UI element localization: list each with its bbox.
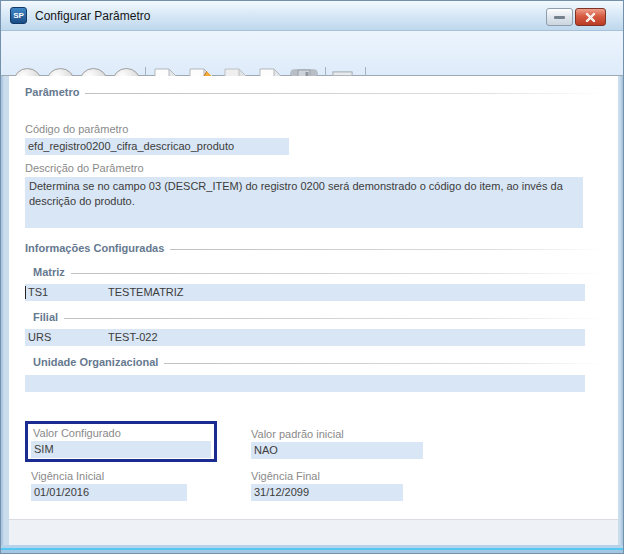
form-area: Parâmetro Código do parâmetro efd_regist… (9, 76, 618, 519)
unidade-name-field[interactable] (105, 375, 585, 392)
codigo-parametro-label: Código do parâmetro (25, 123, 128, 135)
window-frame-bottom (1, 545, 623, 553)
window-frame-left (1, 76, 9, 547)
section-informacoes-title: Informações Configuradas (25, 242, 164, 254)
section-divider-line (164, 363, 604, 364)
vigencia-final-field[interactable]: 31/12/2099 (251, 484, 403, 501)
valor-padrao-field[interactable]: NAO (251, 442, 423, 459)
valor-configurado-label: Valor Configurado (33, 427, 121, 439)
subsection-filial-title: Filial (33, 311, 58, 323)
section-divider-line (64, 318, 604, 319)
filial-name-field[interactable]: TEST-022 (105, 329, 585, 346)
filial-code-field[interactable]: URS (25, 329, 105, 346)
app-logo-icon: SP (10, 7, 27, 24)
minimize-button[interactable] (546, 8, 573, 26)
vigencia-final-label: Vigência Final (251, 470, 320, 482)
subsection-unidade: Unidade Organizacional (33, 356, 604, 368)
descricao-parametro-field[interactable]: Determina se no campo 03 (DESCR_ITEM) do… (25, 177, 583, 228)
valor-configurado-field[interactable]: SIM (31, 441, 211, 458)
configurar-parametro-window: SP Configurar Parâmetro (0, 0, 624, 554)
matriz-name-field[interactable]: TESTEMATRIZ (105, 284, 585, 301)
subsection-matriz: Matriz (33, 266, 604, 278)
section-divider-line (71, 273, 604, 274)
subsection-filial: Filial (33, 311, 604, 323)
descricao-parametro-label: Descrição do Parâmetro (25, 162, 144, 174)
codigo-parametro-field[interactable]: efd_registro0200_cifra_descricao_produto (25, 138, 289, 155)
unidade-code-field[interactable] (25, 375, 105, 392)
vigencia-inicial-field[interactable]: 01/01/2016 (31, 484, 187, 501)
section-parametro: Parâmetro (25, 86, 604, 98)
section-divider-line (170, 249, 604, 250)
section-parametro-title: Parâmetro (25, 86, 79, 98)
close-icon (585, 12, 596, 23)
minimize-icon (554, 16, 565, 19)
vigencia-inicial-label: Vigência Inicial (31, 470, 104, 482)
status-bar (9, 519, 618, 547)
close-button[interactable] (575, 8, 606, 26)
subsection-unidade-title: Unidade Organizacional (33, 356, 158, 368)
valor-configurado-highlight-box: Valor Configurado SIM (25, 421, 217, 462)
window-title: Configurar Parâmetro (35, 9, 150, 23)
matriz-code-value: TS1 (28, 286, 48, 298)
valor-padrao-label: Valor padrão inicial (251, 428, 344, 440)
subsection-matriz-title: Matriz (33, 266, 65, 278)
section-divider-line (85, 93, 604, 94)
toolbar (1, 31, 623, 76)
matriz-code-field[interactable]: TS1 (25, 284, 105, 301)
text-caret (25, 286, 26, 299)
titlebar[interactable]: SP Configurar Parâmetro (1, 1, 623, 31)
section-informacoes: Informações Configuradas (25, 242, 604, 254)
